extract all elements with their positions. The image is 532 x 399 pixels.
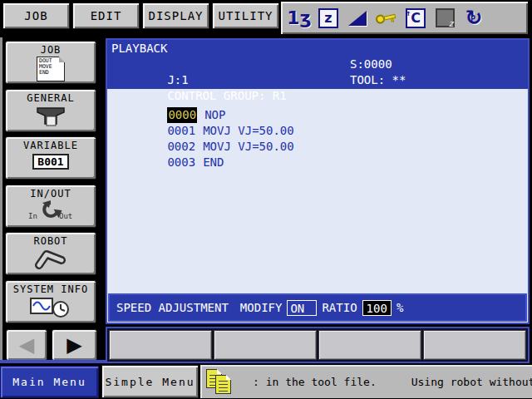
instruction: NOP [204, 108, 225, 121]
system-info-icon [29, 296, 72, 323]
message-strip: : in the tool file. Using robot without … [200, 365, 532, 398]
speed-level-icon [347, 7, 368, 29]
security-key-icon [376, 7, 397, 29]
speed-adjustment-label: SPEED ADJUSTMENT [116, 301, 229, 314]
menu-label: DISPLAY [148, 9, 203, 22]
sidebar-item-robot[interactable]: ROBOT [5, 232, 96, 275]
instruction: END [203, 155, 224, 169]
instruction: MOVJ VJ=50.00 [203, 124, 294, 137]
mode-title: PLAYBACK [111, 42, 167, 55]
menu-button-job[interactable]: JOB [2, 2, 70, 29]
simple-menu-button[interactable]: Simple Menu [101, 365, 199, 398]
menu-button-display[interactable]: DISPLAY [142, 2, 209, 29]
menu-button-utility[interactable]: UTILITY [212, 2, 279, 29]
line-number: 0003 [167, 155, 195, 170]
simple-menu-label: Simple Menu [105, 376, 195, 388]
sidebar-item-variable[interactable]: VARIABLE B001 [5, 136, 96, 180]
percent-unit: % [397, 301, 403, 314]
sidebar-item-label: GENERAL [27, 92, 75, 104]
sidebar-item-in-out[interactable]: IN/OUT In Out [5, 185, 96, 228]
sidebar-item-system-info[interactable]: SYSTEM INFO [5, 280, 96, 323]
page-icon: z [434, 7, 456, 29]
main-menu-label: Main Menu [12, 376, 86, 388]
playback-repeat-icon: ↻ P [463, 7, 485, 29]
function-key-4[interactable] [423, 330, 526, 360]
sidebar-item-general[interactable]: GENERAL [5, 89, 96, 132]
menu-label: EDIT [91, 9, 122, 22]
page-next-button[interactable]: ▶ [52, 329, 97, 361]
modify-label: MODIFY [240, 301, 283, 314]
documents-icon [204, 367, 241, 396]
ratio-label: RATIO [322, 301, 357, 314]
svg-text:In: In [28, 212, 37, 220]
bottom-bar: Main Menu Simple Menu : in the tool file… [0, 364, 532, 399]
step-mode-icon: 1ʒ [288, 7, 310, 29]
sidebar-item-label: SYSTEM INFO [13, 283, 88, 295]
function-key-1[interactable] [109, 330, 212, 360]
step-number: S:0000 [350, 57, 392, 72]
sidebar-item-label: IN/OUT [30, 188, 71, 200]
job-document-icon: DOUT MOVE END [37, 57, 65, 81]
page-prev-button[interactable]: ◀ [6, 329, 47, 361]
status-icon-panel: 1ʒ z C ↑ z ↻ P [280, 1, 529, 35]
function-key-row [106, 327, 530, 363]
right-arrow-icon: ▶ [66, 333, 81, 357]
speed-adjustment-bar: SPEED ADJUSTMENT MODIFY ON RATIO 100 % [108, 293, 527, 322]
function-key-2[interactable] [214, 330, 317, 360]
menu-label: UTILITY [218, 9, 273, 22]
sidebar-item-job[interactable]: JOB DOUT MOVE END [5, 41, 96, 84]
sidebar-item-label: JOB [41, 44, 62, 56]
sidebar-item-label: VARIABLE [23, 140, 78, 151]
instruction: MOVJ VJ=50.00 [203, 140, 294, 153]
job-header: PLAYBACK J:1 S:0000 CONTROL GROUP: R1 TO… [107, 40, 528, 89]
main-display: PLAYBACK J:1 S:0000 CONTROL GROUP: R1 TO… [106, 38, 530, 324]
control-group: CONTROL GROUP: R1 [167, 89, 286, 102]
sidebar-bottom-line [0, 360, 106, 363]
line-number: 0002 [167, 139, 195, 155]
status-message-right: Using robot without s [411, 376, 532, 388]
sidebar-item-label: ROBOT [33, 235, 67, 247]
left-arrow-icon: ◀ [19, 333, 34, 357]
line-number: 0001 [167, 123, 195, 139]
general-tool-icon [32, 105, 69, 131]
svg-text:Out: Out [59, 212, 72, 220]
pendant-screen: JOB EDIT DISPLAY UTILITY 1ʒ z C ↑ z ↻ P … [0, 0, 532, 399]
cycle-mode-icon: C ↑ [405, 7, 426, 29]
menu-label: JOB [24, 9, 47, 22]
menu-button-edit[interactable]: EDIT [72, 2, 140, 29]
interpolation-icon: z [318, 7, 339, 29]
ratio-value-field[interactable]: 100 [362, 300, 392, 316]
tool-number: TOOL: ** [350, 72, 406, 88]
robot-arm-icon [32, 248, 69, 273]
variable-b001-icon: B001 [32, 154, 68, 170]
sidebar-edge [0, 37, 2, 362]
main-menu-button[interactable]: Main Menu [0, 366, 99, 398]
modify-value-field[interactable]: ON [287, 300, 317, 316]
function-key-3[interactable] [318, 330, 421, 360]
status-message-left: : in the tool file. [253, 376, 377, 388]
line-number-cursor: 0000 [167, 107, 197, 123]
in-out-arrows-icon: In Out [26, 200, 76, 220]
